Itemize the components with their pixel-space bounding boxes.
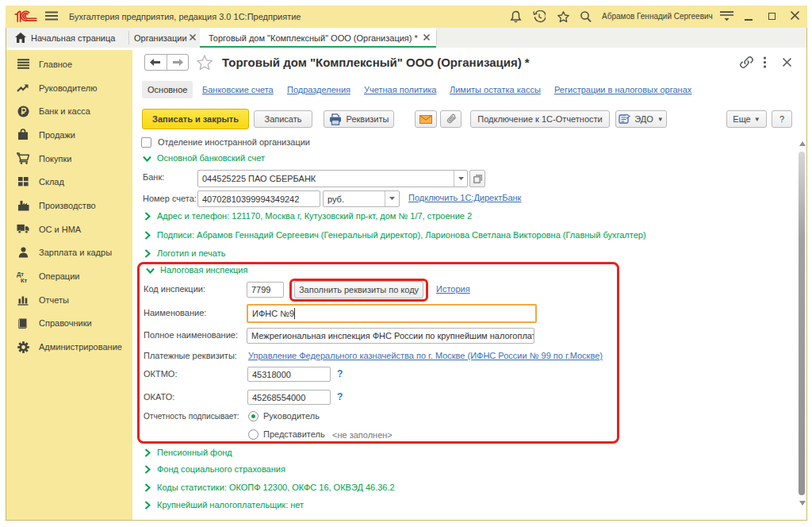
svg-text:Кт: Кт [21, 276, 28, 283]
